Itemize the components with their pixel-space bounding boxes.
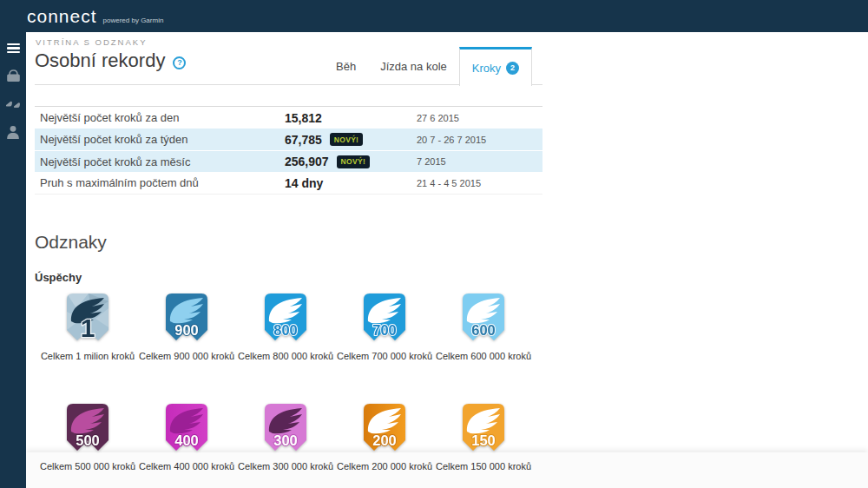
badge-ribbon-icon: 400 xyxy=(165,403,208,453)
badge-150[interactable]: 150Celkem 150 000 kroků xyxy=(434,403,533,472)
badges-section-title: Odznaky xyxy=(35,232,107,253)
breadcrumb[interactable]: VITRÍNA S ODZNAKY xyxy=(36,37,148,47)
record-row: Největší počet kroků za den15,81227 6 20… xyxy=(35,107,542,129)
badge-400[interactable]: 400Celkem 400 000 kroků xyxy=(137,403,236,472)
svg-text:400: 400 xyxy=(174,432,199,448)
tab-běh[interactable]: Běh xyxy=(324,47,368,85)
record-label: Největší počet kroků za měsíc xyxy=(40,155,190,168)
activities-icon[interactable] xyxy=(5,97,21,110)
tabs: BěhJízda na koleKroky2 xyxy=(324,47,532,85)
new-record-badge: NOVÝ! xyxy=(337,155,370,168)
badge-label: Celkem 150 000 kroků xyxy=(436,461,531,472)
new-record-badge: NOVÝ! xyxy=(330,133,363,146)
record-value: 256,907NOVÝ! xyxy=(285,155,370,168)
record-date: 21 4 - 4 5 2015 xyxy=(417,178,481,188)
records-table: Největší počet kroků za den15,81227 6 20… xyxy=(35,106,542,195)
record-label: Pruh s maximálním počtem dnů xyxy=(40,176,199,189)
menu-icon[interactable] xyxy=(5,42,21,55)
logo-tagline: powered by Garmin xyxy=(103,16,164,24)
tab-kroky[interactable]: Kroky2 xyxy=(459,47,532,86)
badge-label: Celkem 700 000 kroků xyxy=(337,351,432,361)
badge-ribbon-icon: 200 xyxy=(363,403,406,453)
help-icon[interactable]: ? xyxy=(173,56,186,69)
svg-text:1: 1 xyxy=(81,313,95,342)
badge-label: Celkem 900 000 kroků xyxy=(139,351,234,361)
svg-text:600: 600 xyxy=(471,322,496,338)
page-title: Osobní rekordy xyxy=(35,49,165,72)
connect-logo[interactable]: connect xyxy=(27,6,97,27)
svg-text:700: 700 xyxy=(372,322,397,338)
badge-1[interactable]: 1Celkem 1 milion kroků xyxy=(38,293,137,361)
record-row: Největší počet kroků za měsíc256,907NOVÝ… xyxy=(35,150,542,172)
badge-800[interactable]: 800Celkem 800 000 kroků xyxy=(236,293,335,361)
svg-text:500: 500 xyxy=(76,432,100,448)
badge-row-2: 500Celkem 500 000 kroků400Celkem 400 000… xyxy=(38,403,533,472)
record-value: 14 dny xyxy=(285,176,323,190)
title-row: Osobní rekordy ? xyxy=(35,49,186,72)
profile-icon[interactable] xyxy=(5,125,21,138)
badge-label: Celkem 200 000 kroků xyxy=(337,461,432,472)
badge-label: Celkem 800 000 kroků xyxy=(238,351,333,361)
record-row: Pruh s maximálním počtem dnů14 dny21 4 -… xyxy=(35,172,542,194)
record-value: 15,812 xyxy=(285,111,322,125)
badge-label: Celkem 500 000 kroků xyxy=(40,461,135,472)
badge-300[interactable]: 300Celkem 300 000 kroků xyxy=(236,403,335,472)
svg-text:900: 900 xyxy=(174,322,199,338)
badge-label: Celkem 1 milion kroků xyxy=(41,351,135,361)
badge-ribbon-icon: 800 xyxy=(264,293,307,343)
record-label: Největší počet kroků za den xyxy=(40,111,179,124)
badge-900[interactable]: 900Celkem 900 000 kroků xyxy=(137,293,236,361)
record-date: 27 6 2015 xyxy=(417,113,459,123)
badge-ribbon-icon: 700 xyxy=(363,293,406,343)
badge-label: Celkem 600 000 kroků xyxy=(436,351,531,361)
main-content: VITRÍNA S ODZNAKY Osobní rekordy ? BěhJí… xyxy=(26,32,868,488)
inbox-icon[interactable] xyxy=(5,69,21,82)
record-value: 67,785NOVÝ! xyxy=(285,133,363,147)
app-header: connect powered by Garmin xyxy=(0,0,868,32)
badge-ribbon-icon: 300 xyxy=(264,403,307,453)
achievements-title: Úspěchy xyxy=(35,271,82,284)
record-date: 7 2015 xyxy=(417,156,446,167)
tab-label: Jízda na kole xyxy=(380,60,447,73)
badge-row-1: 1Celkem 1 milion kroků900Celkem 900 000 … xyxy=(38,293,533,361)
badge-ribbon-icon: 500 xyxy=(66,403,109,453)
tab-label: Kroky xyxy=(472,62,501,75)
tab-count-badge: 2 xyxy=(506,62,519,75)
badge-200[interactable]: 200Celkem 200 000 kroků xyxy=(335,403,434,472)
badge-label: Celkem 300 000 kroků xyxy=(238,461,333,472)
badge-700[interactable]: 700Celkem 700 000 kroků xyxy=(335,293,434,361)
badge-ribbon-icon: 1 xyxy=(66,293,109,343)
badge-500[interactable]: 500Celkem 500 000 kroků xyxy=(38,403,137,472)
tab-label: Běh xyxy=(336,60,356,73)
record-date: 20 7 - 26 7 2015 xyxy=(417,135,486,145)
badge-ribbon-icon: 600 xyxy=(462,293,505,343)
record-row: Největší počet kroků za týden67,785NOVÝ!… xyxy=(35,129,542,150)
svg-text:150: 150 xyxy=(471,432,496,448)
svg-text:200: 200 xyxy=(372,432,397,448)
record-label: Největší počet kroků za týden xyxy=(40,133,188,146)
tab-jízda-na-kole[interactable]: Jízda na kole xyxy=(368,47,459,85)
badge-ribbon-icon: 150 xyxy=(462,403,505,453)
svg-text:300: 300 xyxy=(273,432,298,448)
hamburger-bars xyxy=(7,43,20,54)
badge-label: Celkem 400 000 kroků xyxy=(139,461,234,472)
badge-ribbon-icon: 900 xyxy=(165,293,208,343)
sidebar xyxy=(0,32,26,488)
badge-600[interactable]: 600Celkem 600 000 kroků xyxy=(434,293,533,361)
svg-text:800: 800 xyxy=(273,322,298,338)
